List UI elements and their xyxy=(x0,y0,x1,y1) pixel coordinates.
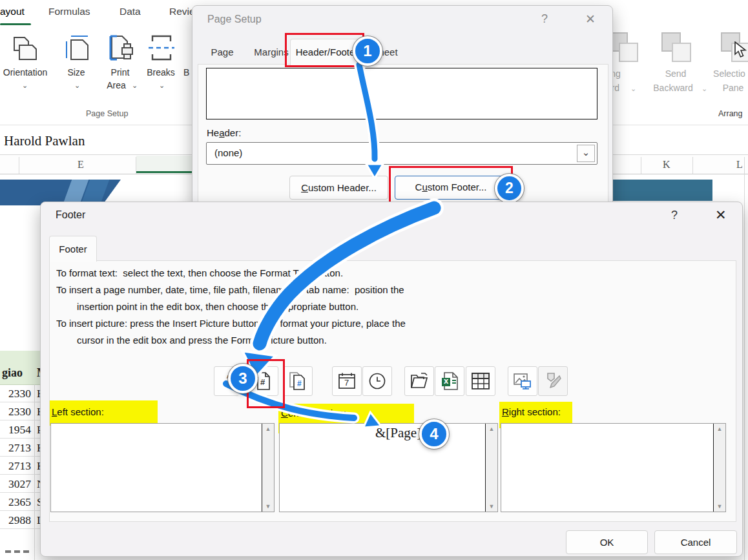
ribbon-tab-review[interactable]: Revie xyxy=(169,6,195,17)
instruction-line: To insert a page number, date, time, fil… xyxy=(56,284,404,295)
ribbon-tab-data[interactable]: Data xyxy=(119,6,141,17)
help-button[interactable]: ? xyxy=(671,209,678,222)
scrollbar[interactable]: ▲▼ xyxy=(485,424,497,512)
format-picture-button[interactable] xyxy=(538,366,568,396)
header-dropdown-value: (none) xyxy=(214,147,242,158)
time-icon xyxy=(368,372,386,390)
instruction-line: To format text: select the text, then ch… xyxy=(56,267,343,278)
scroll-down-icon[interactable]: ▼ xyxy=(489,503,495,510)
clipped-row-fragment xyxy=(23,550,29,553)
grid-vline xyxy=(744,157,745,560)
size-button[interactable]: Size ⌄ xyxy=(58,31,94,96)
selection-pane-button[interactable]: Selectio Pane xyxy=(711,31,748,96)
insert-file-name-button[interactable]: x xyxy=(435,366,464,396)
mouse-cursor-icon xyxy=(734,41,748,58)
left-section-label: Left section: xyxy=(52,406,104,417)
header-dropdown[interactable]: (none) ⌄ xyxy=(206,142,597,165)
scrollbar[interactable]: ▲▼ xyxy=(262,424,274,512)
chevron-down-icon: ⌄ xyxy=(630,86,636,91)
close-button[interactable]: ✕ xyxy=(715,207,727,223)
insert-file-path-button[interactable] xyxy=(404,366,434,396)
sheet-rows: 2330H 2330H 1954P 2713K 2713K 3027N 2365… xyxy=(0,384,45,544)
selected-column-underline xyxy=(136,171,192,173)
file-path-icon xyxy=(410,372,428,390)
size-icon xyxy=(63,34,92,63)
breaks-icon xyxy=(147,34,176,63)
insert-picture-icon xyxy=(514,372,532,390)
insert-number-of-pages-button[interactable]: # xyxy=(283,366,313,396)
table-row[interactable]: 2330H xyxy=(0,384,45,402)
custom-header-button[interactable]: Custom Header... xyxy=(289,176,388,200)
footer-dialog: Footer ? ✕ Footer To format text: select… xyxy=(40,202,743,557)
left-section-input[interactable]: ▲▼ xyxy=(50,423,275,512)
ribbon-tab-formulas[interactable]: Formulas xyxy=(48,6,90,17)
close-button[interactable]: ✕ xyxy=(585,12,596,26)
background-button-cut[interactable]: B xyxy=(183,67,189,78)
table-row[interactable]: 2365S xyxy=(0,493,45,511)
instruction-line: To insert picture: press the Insert Pict… xyxy=(56,318,406,329)
scroll-down-icon[interactable]: ▼ xyxy=(265,503,271,510)
sheet-name-icon xyxy=(472,373,490,389)
chevron-down-icon: ⌄ xyxy=(22,83,28,88)
number-of-pages-icon: # xyxy=(289,372,307,390)
clipped-row-fragment xyxy=(5,550,11,553)
grid-vline xyxy=(641,157,641,174)
active-tab-underline xyxy=(0,23,31,25)
right-section-label: Right section: xyxy=(502,406,561,417)
column-header-k[interactable]: K xyxy=(663,159,670,171)
help-button[interactable]: ? xyxy=(541,12,548,26)
sheet-header-cell[interactable]: giao M xyxy=(0,351,45,385)
column-header-e[interactable]: E xyxy=(78,159,84,171)
file-name-icon: x xyxy=(441,372,458,390)
column-header-l[interactable]: L xyxy=(736,159,743,171)
formula-bar-value[interactable]: Harold Pawlan xyxy=(4,133,85,149)
insert-time-button[interactable] xyxy=(362,366,392,396)
selected-column-header[interactable] xyxy=(136,156,192,172)
center-section-input[interactable]: &[Page] ▲▼ xyxy=(279,423,498,512)
step-badge-2: 2 xyxy=(495,174,524,203)
page-setup-dialog-title: Page Setup xyxy=(207,14,262,25)
scroll-down-icon[interactable]: ▼ xyxy=(717,503,723,510)
right-section-input[interactable]: ▲▼ xyxy=(501,423,726,512)
send-backward-button[interactable]: Send Backward ⌄ xyxy=(646,31,705,96)
scroll-up-icon[interactable]: ▲ xyxy=(717,426,723,432)
center-section-label: Center section: xyxy=(281,408,346,419)
table-row[interactable]: 2330H xyxy=(0,402,45,420)
arrange-group-label: Arrang xyxy=(718,109,743,118)
orientation-button[interactable]: Orientation ⌄ xyxy=(0,31,50,96)
print-area-button[interactable]: Print Area ⌄ xyxy=(100,31,140,96)
table-row[interactable]: 2988L xyxy=(0,511,45,529)
step-badge-3: 3 xyxy=(228,364,258,393)
scrollbar[interactable]: ▲▼ xyxy=(713,424,725,512)
insert-picture-button[interactable] xyxy=(508,366,537,396)
chevron-down-icon: ⌄ xyxy=(159,83,165,88)
step-badge-1: 1 xyxy=(353,36,382,66)
scroll-up-icon[interactable]: ▲ xyxy=(489,426,495,432)
print-area-icon xyxy=(105,34,135,63)
clipped-row-fragment xyxy=(14,550,20,553)
table-row[interactable]: 2713K xyxy=(0,457,45,475)
scroll-up-icon[interactable]: ▲ xyxy=(265,426,271,432)
insert-sheet-name-button[interactable] xyxy=(466,366,495,396)
ok-button[interactable]: OK xyxy=(566,530,648,554)
grid-vline xyxy=(19,157,19,174)
screenshot-canvas: ayout Formulas Data Revie Orientation ⌄ … xyxy=(0,0,748,560)
page-setup-group-label: Page Setup xyxy=(86,109,128,118)
chevron-down-icon[interactable]: ⌄ xyxy=(577,145,595,162)
chevron-down-icon: ⌄ xyxy=(701,86,707,91)
insert-date-button[interactable]: 7 xyxy=(332,366,362,396)
table-row[interactable]: 3027N xyxy=(0,475,45,493)
header-label: Header: xyxy=(207,127,241,138)
grid-vline xyxy=(692,157,693,174)
breaks-button[interactable]: Breaks ⌄ xyxy=(143,31,178,96)
ribbon-tab-page-layout[interactable]: ayout xyxy=(0,6,25,17)
orientation-icon xyxy=(10,34,40,63)
cancel-button[interactable]: Cancel xyxy=(654,530,737,554)
tab-footer[interactable]: Footer xyxy=(49,236,97,262)
instruction-line: insertion point in the edit box, then ch… xyxy=(77,301,358,312)
tab-page[interactable]: Page xyxy=(201,40,244,64)
instruction-line: cursor in the edit box and press the For… xyxy=(77,335,327,346)
chevron-down-icon: ⌄ xyxy=(74,83,80,88)
table-row[interactable]: 1954P xyxy=(0,420,45,439)
table-row[interactable]: 2713K xyxy=(0,439,45,457)
